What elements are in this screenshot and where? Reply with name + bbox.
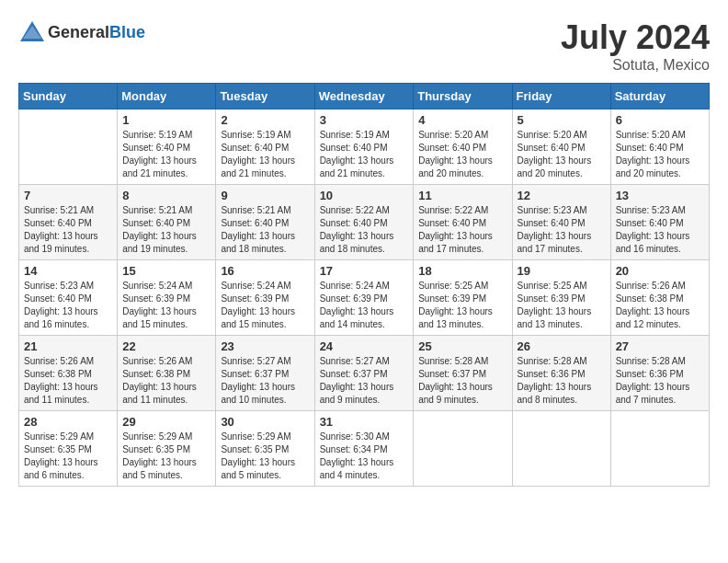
day-number: 19 [518, 264, 606, 278]
weekday-header-friday: Friday [512, 84, 610, 109]
calendar-cell [610, 411, 709, 487]
calendar-cell: 25Sunrise: 5:28 AMSunset: 6:37 PMDayligh… [414, 336, 512, 411]
calendar-cell: 27Sunrise: 5:28 AMSunset: 6:36 PMDayligh… [610, 336, 709, 411]
calendar-cell: 26Sunrise: 5:28 AMSunset: 6:36 PMDayligh… [512, 336, 610, 411]
day-number: 29 [122, 415, 210, 429]
day-number: 31 [320, 415, 409, 429]
title-block: July 2024 Sotuta, Mexico [561, 18, 710, 74]
week-row-2: 7Sunrise: 5:21 AMSunset: 6:40 PMDaylight… [19, 185, 710, 260]
calendar-cell: 20Sunrise: 5:26 AMSunset: 6:38 PMDayligh… [610, 260, 709, 336]
day-number: 22 [122, 339, 210, 353]
weekday-header-saturday: Saturday [610, 84, 709, 109]
day-number: 7 [24, 189, 112, 202]
calendar-cell: 5Sunrise: 5:20 AMSunset: 6:40 PMDaylight… [512, 109, 610, 185]
day-info: Sunrise: 5:29 AMSunset: 6:35 PMDaylight:… [221, 431, 309, 482]
day-number: 2 [221, 113, 309, 127]
day-info: Sunrise: 5:26 AMSunset: 6:38 PMDaylight:… [616, 280, 704, 331]
day-number: 4 [418, 113, 506, 127]
weekday-header-tuesday: Tuesday [216, 84, 314, 109]
day-info: Sunrise: 5:25 AMSunset: 6:39 PMDaylight:… [518, 280, 606, 331]
day-number: 17 [320, 264, 409, 278]
day-info: Sunrise: 5:28 AMSunset: 6:37 PMDaylight:… [418, 355, 506, 407]
calendar-cell: 19Sunrise: 5:25 AMSunset: 6:39 PMDayligh… [512, 260, 610, 336]
weekday-header-monday: Monday [118, 84, 216, 109]
month-year: July 2024 [561, 18, 710, 57]
day-number: 8 [122, 189, 210, 202]
calendar-cell [414, 411, 512, 487]
day-info: Sunrise: 5:22 AMSunset: 6:40 PMDaylight:… [418, 204, 506, 256]
weekday-header-wednesday: Wednesday [314, 84, 414, 109]
day-number: 28 [24, 415, 112, 429]
calendar-cell: 29Sunrise: 5:29 AMSunset: 6:35 PMDayligh… [118, 411, 216, 487]
day-info: Sunrise: 5:24 AMSunset: 6:39 PMDaylight:… [320, 280, 409, 331]
calendar-cell [19, 109, 118, 185]
day-info: Sunrise: 5:28 AMSunset: 6:36 PMDaylight:… [616, 355, 704, 407]
day-number: 23 [221, 339, 309, 353]
page-header: GeneralBlue July 2024 Sotuta, Mexico [18, 18, 710, 74]
calendar-cell: 7Sunrise: 5:21 AMSunset: 6:40 PMDaylight… [19, 185, 118, 260]
calendar-cell: 12Sunrise: 5:23 AMSunset: 6:40 PMDayligh… [512, 185, 610, 260]
calendar-cell: 22Sunrise: 5:26 AMSunset: 6:38 PMDayligh… [118, 336, 216, 411]
weekday-header-row: SundayMondayTuesdayWednesdayThursdayFrid… [19, 84, 710, 109]
calendar-table: SundayMondayTuesdayWednesdayThursdayFrid… [18, 83, 710, 487]
day-info: Sunrise: 5:28 AMSunset: 6:36 PMDaylight:… [518, 355, 606, 407]
calendar-cell: 28Sunrise: 5:29 AMSunset: 6:35 PMDayligh… [19, 411, 118, 487]
weekday-header-thursday: Thursday [414, 84, 512, 109]
day-info: Sunrise: 5:24 AMSunset: 6:39 PMDaylight:… [122, 280, 210, 331]
day-number: 27 [616, 339, 704, 353]
calendar-cell: 15Sunrise: 5:24 AMSunset: 6:39 PMDayligh… [118, 260, 216, 336]
day-info: Sunrise: 5:27 AMSunset: 6:37 PMDaylight:… [320, 355, 409, 407]
day-info: Sunrise: 5:20 AMSunset: 6:40 PMDaylight:… [418, 129, 506, 180]
day-number: 25 [418, 339, 506, 353]
day-number: 18 [418, 264, 506, 278]
day-info: Sunrise: 5:19 AMSunset: 6:40 PMDaylight:… [320, 129, 409, 180]
day-info: Sunrise: 5:23 AMSunset: 6:40 PMDaylight:… [24, 280, 112, 331]
calendar-cell: 4Sunrise: 5:20 AMSunset: 6:40 PMDaylight… [414, 109, 512, 185]
day-number: 13 [616, 189, 704, 202]
day-number: 14 [24, 264, 112, 278]
day-number: 3 [320, 113, 409, 127]
calendar-cell: 11Sunrise: 5:22 AMSunset: 6:40 PMDayligh… [414, 185, 512, 260]
day-info: Sunrise: 5:19 AMSunset: 6:40 PMDaylight:… [122, 129, 210, 180]
calendar-cell: 9Sunrise: 5:21 AMSunset: 6:40 PMDaylight… [216, 185, 314, 260]
calendar-cell: 3Sunrise: 5:19 AMSunset: 6:40 PMDaylight… [314, 109, 414, 185]
calendar-cell: 2Sunrise: 5:19 AMSunset: 6:40 PMDaylight… [216, 109, 314, 185]
calendar-cell: 10Sunrise: 5:22 AMSunset: 6:40 PMDayligh… [314, 185, 414, 260]
day-info: Sunrise: 5:27 AMSunset: 6:37 PMDaylight:… [221, 355, 309, 407]
day-number: 21 [24, 339, 112, 353]
calendar-cell: 18Sunrise: 5:25 AMSunset: 6:39 PMDayligh… [414, 260, 512, 336]
calendar-cell: 8Sunrise: 5:21 AMSunset: 6:40 PMDaylight… [118, 185, 216, 260]
day-info: Sunrise: 5:26 AMSunset: 6:38 PMDaylight:… [24, 355, 112, 407]
day-info: Sunrise: 5:24 AMSunset: 6:39 PMDaylight:… [221, 280, 309, 331]
day-number: 1 [122, 113, 210, 127]
day-info: Sunrise: 5:29 AMSunset: 6:35 PMDaylight:… [24, 431, 112, 482]
weekday-header-sunday: Sunday [19, 84, 118, 109]
day-info: Sunrise: 5:23 AMSunset: 6:40 PMDaylight:… [616, 204, 704, 256]
calendar-cell: 14Sunrise: 5:23 AMSunset: 6:40 PMDayligh… [19, 260, 118, 336]
day-number: 26 [518, 339, 606, 353]
day-number: 10 [320, 189, 409, 202]
week-row-4: 21Sunrise: 5:26 AMSunset: 6:38 PMDayligh… [19, 336, 710, 411]
day-number: 9 [221, 189, 309, 202]
day-info: Sunrise: 5:22 AMSunset: 6:40 PMDaylight:… [320, 204, 409, 256]
day-info: Sunrise: 5:26 AMSunset: 6:38 PMDaylight:… [122, 355, 210, 407]
calendar-cell: 31Sunrise: 5:30 AMSunset: 6:34 PMDayligh… [314, 411, 414, 487]
day-info: Sunrise: 5:25 AMSunset: 6:39 PMDaylight:… [418, 280, 506, 331]
week-row-3: 14Sunrise: 5:23 AMSunset: 6:40 PMDayligh… [19, 260, 710, 336]
day-number: 30 [221, 415, 309, 429]
day-number: 12 [518, 189, 606, 202]
day-info: Sunrise: 5:23 AMSunset: 6:40 PMDaylight:… [518, 204, 606, 256]
calendar-cell: 21Sunrise: 5:26 AMSunset: 6:38 PMDayligh… [19, 336, 118, 411]
day-info: Sunrise: 5:21 AMSunset: 6:40 PMDaylight:… [221, 204, 309, 256]
day-number: 11 [418, 189, 506, 202]
day-info: Sunrise: 5:29 AMSunset: 6:35 PMDaylight:… [122, 431, 210, 482]
logo-text-blue: Blue [109, 23, 145, 41]
logo-icon [18, 18, 46, 46]
day-number: 6 [616, 113, 704, 127]
day-info: Sunrise: 5:20 AMSunset: 6:40 PMDaylight:… [616, 129, 704, 180]
calendar-cell: 17Sunrise: 5:24 AMSunset: 6:39 PMDayligh… [314, 260, 414, 336]
day-info: Sunrise: 5:21 AMSunset: 6:40 PMDaylight:… [122, 204, 210, 256]
day-number: 5 [518, 113, 606, 127]
logo: GeneralBlue [18, 18, 145, 46]
day-number: 16 [221, 264, 309, 278]
